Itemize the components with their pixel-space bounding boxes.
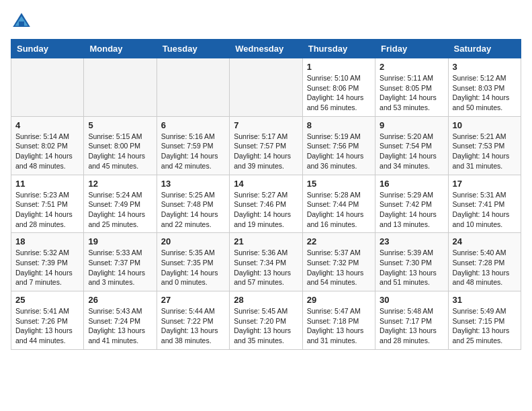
day-info: Sunrise: 5:21 AMSunset: 7:53 PMDaylight:… bbox=[453, 132, 517, 171]
day-number: 28 bbox=[234, 295, 298, 305]
calendar-weekday-header: Tuesday bbox=[157, 40, 229, 58]
day-number: 30 bbox=[380, 295, 443, 305]
calendar-day-cell: 28Sunrise: 5:45 AMSunset: 7:20 PMDayligh… bbox=[230, 291, 302, 350]
day-number: 26 bbox=[88, 295, 152, 305]
calendar-week-row: 11Sunrise: 5:23 AMSunset: 7:51 PMDayligh… bbox=[11, 175, 521, 233]
calendar-day-cell: 7Sunrise: 5:17 AMSunset: 7:57 PMDaylight… bbox=[230, 116, 302, 175]
calendar-day-cell: 18Sunrise: 5:32 AMSunset: 7:39 PMDayligh… bbox=[11, 233, 84, 291]
day-info: Sunrise: 5:11 AMSunset: 8:05 PMDaylight:… bbox=[380, 73, 443, 113]
day-number: 29 bbox=[307, 295, 371, 305]
calendar-weekday-header: Saturday bbox=[448, 40, 521, 58]
calendar-weekday-header: Wednesday bbox=[230, 40, 302, 58]
calendar-day-cell: 19Sunrise: 5:33 AMSunset: 7:37 PMDayligh… bbox=[84, 233, 157, 291]
day-info: Sunrise: 5:28 AMSunset: 7:44 PMDaylight:… bbox=[307, 190, 371, 230]
day-info: Sunrise: 5:23 AMSunset: 7:51 PMDaylight:… bbox=[15, 190, 79, 230]
calendar-weekday-header: Friday bbox=[375, 40, 448, 58]
calendar-day-cell: 22Sunrise: 5:37 AMSunset: 7:32 PMDayligh… bbox=[302, 233, 375, 291]
day-number: 6 bbox=[161, 120, 225, 130]
day-info: Sunrise: 5:33 AMSunset: 7:37 PMDaylight:… bbox=[88, 248, 152, 287]
calendar-table: SundayMondayTuesdayWednesdayThursdayFrid… bbox=[11, 39, 521, 350]
calendar-day-cell: 30Sunrise: 5:48 AMSunset: 7:17 PMDayligh… bbox=[375, 291, 448, 350]
page-header bbox=[11, 11, 521, 32]
calendar-day-cell: 10Sunrise: 5:21 AMSunset: 7:53 PMDayligh… bbox=[448, 116, 521, 175]
calendar-day-cell: 13Sunrise: 5:25 AMSunset: 7:48 PMDayligh… bbox=[157, 175, 229, 233]
calendar-day-cell: 5Sunrise: 5:15 AMSunset: 8:00 PMDaylight… bbox=[84, 116, 157, 175]
calendar-day-cell: 16Sunrise: 5:29 AMSunset: 7:42 PMDayligh… bbox=[375, 175, 448, 233]
calendar-day-cell: 8Sunrise: 5:19 AMSunset: 7:56 PMDaylight… bbox=[302, 116, 375, 175]
calendar-day-cell: 1Sunrise: 5:10 AMSunset: 8:06 PMDaylight… bbox=[302, 58, 375, 117]
day-info: Sunrise: 5:41 AMSunset: 7:26 PMDaylight:… bbox=[15, 306, 79, 346]
day-number: 9 bbox=[380, 120, 443, 130]
day-info: Sunrise: 5:20 AMSunset: 7:54 PMDaylight:… bbox=[380, 132, 443, 171]
calendar-day-cell bbox=[230, 58, 302, 117]
calendar-week-row: 25Sunrise: 5:41 AMSunset: 7:26 PMDayligh… bbox=[11, 291, 521, 350]
calendar-day-cell: 29Sunrise: 5:47 AMSunset: 7:18 PMDayligh… bbox=[302, 291, 375, 350]
day-number: 7 bbox=[234, 120, 298, 130]
day-number: 18 bbox=[15, 236, 79, 246]
calendar-day-cell: 12Sunrise: 5:24 AMSunset: 7:49 PMDayligh… bbox=[84, 175, 157, 233]
calendar-day-cell: 4Sunrise: 5:14 AMSunset: 8:02 PMDaylight… bbox=[11, 116, 84, 175]
day-info: Sunrise: 5:32 AMSunset: 7:39 PMDaylight:… bbox=[15, 248, 79, 287]
calendar-day-cell bbox=[84, 58, 157, 117]
day-info: Sunrise: 5:15 AMSunset: 8:00 PMDaylight:… bbox=[88, 132, 152, 171]
day-number: 1 bbox=[307, 62, 371, 72]
calendar-week-row: 4Sunrise: 5:14 AMSunset: 8:02 PMDaylight… bbox=[11, 116, 521, 175]
day-info: Sunrise: 5:37 AMSunset: 7:32 PMDaylight:… bbox=[307, 248, 371, 287]
day-number: 24 bbox=[453, 236, 517, 246]
day-number: 23 bbox=[380, 236, 443, 246]
day-number: 22 bbox=[307, 236, 371, 246]
calendar-day-cell: 26Sunrise: 5:43 AMSunset: 7:24 PMDayligh… bbox=[84, 291, 157, 350]
calendar-day-cell: 15Sunrise: 5:28 AMSunset: 7:44 PMDayligh… bbox=[302, 175, 375, 233]
calendar-day-cell: 24Sunrise: 5:40 AMSunset: 7:28 PMDayligh… bbox=[448, 233, 521, 291]
day-number: 5 bbox=[88, 120, 152, 130]
day-number: 16 bbox=[380, 179, 443, 189]
day-number: 17 bbox=[453, 179, 517, 189]
day-number: 12 bbox=[88, 179, 152, 189]
calendar-header-row: SundayMondayTuesdayWednesdayThursdayFrid… bbox=[11, 40, 521, 58]
day-info: Sunrise: 5:36 AMSunset: 7:34 PMDaylight:… bbox=[234, 248, 298, 287]
day-info: Sunrise: 5:44 AMSunset: 7:22 PMDaylight:… bbox=[161, 306, 225, 346]
calendar-day-cell: 11Sunrise: 5:23 AMSunset: 7:51 PMDayligh… bbox=[11, 175, 84, 233]
day-info: Sunrise: 5:31 AMSunset: 7:41 PMDaylight:… bbox=[453, 190, 517, 230]
day-number: 14 bbox=[234, 179, 298, 189]
day-info: Sunrise: 5:45 AMSunset: 7:20 PMDaylight:… bbox=[234, 306, 298, 346]
day-info: Sunrise: 5:25 AMSunset: 7:48 PMDaylight:… bbox=[161, 190, 225, 230]
calendar-day-cell: 23Sunrise: 5:39 AMSunset: 7:30 PMDayligh… bbox=[375, 233, 448, 291]
day-number: 15 bbox=[307, 179, 371, 189]
calendar-day-cell: 3Sunrise: 5:12 AMSunset: 8:03 PMDaylight… bbox=[448, 58, 521, 117]
calendar-week-row: 1Sunrise: 5:10 AMSunset: 8:06 PMDaylight… bbox=[11, 58, 521, 117]
calendar-body: 1Sunrise: 5:10 AMSunset: 8:06 PMDaylight… bbox=[11, 58, 521, 350]
day-number: 8 bbox=[307, 120, 371, 130]
calendar-day-cell bbox=[157, 58, 229, 117]
logo-icon bbox=[11, 11, 32, 32]
calendar-day-cell: 6Sunrise: 5:16 AMSunset: 7:59 PMDaylight… bbox=[157, 116, 229, 175]
day-number: 13 bbox=[161, 179, 225, 189]
day-number: 2 bbox=[380, 62, 443, 72]
day-number: 21 bbox=[234, 236, 298, 246]
calendar-day-cell: 20Sunrise: 5:35 AMSunset: 7:35 PMDayligh… bbox=[157, 233, 229, 291]
day-info: Sunrise: 5:10 AMSunset: 8:06 PMDaylight:… bbox=[307, 73, 371, 113]
calendar-day-cell: 21Sunrise: 5:36 AMSunset: 7:34 PMDayligh… bbox=[230, 233, 302, 291]
calendar-weekday-header: Thursday bbox=[302, 40, 375, 58]
calendar-weekday-header: Monday bbox=[84, 40, 157, 58]
day-info: Sunrise: 5:29 AMSunset: 7:42 PMDaylight:… bbox=[380, 190, 443, 230]
calendar-weekday-header: Sunday bbox=[11, 40, 84, 58]
day-info: Sunrise: 5:24 AMSunset: 7:49 PMDaylight:… bbox=[88, 190, 152, 230]
calendar-day-cell: 9Sunrise: 5:20 AMSunset: 7:54 PMDaylight… bbox=[375, 116, 448, 175]
day-info: Sunrise: 5:43 AMSunset: 7:24 PMDaylight:… bbox=[88, 306, 152, 346]
calendar-day-cell: 2Sunrise: 5:11 AMSunset: 8:05 PMDaylight… bbox=[375, 58, 448, 117]
day-number: 4 bbox=[15, 120, 79, 130]
calendar-day-cell: 27Sunrise: 5:44 AMSunset: 7:22 PMDayligh… bbox=[157, 291, 229, 350]
calendar-day-cell: 17Sunrise: 5:31 AMSunset: 7:41 PMDayligh… bbox=[448, 175, 521, 233]
day-info: Sunrise: 5:40 AMSunset: 7:28 PMDaylight:… bbox=[453, 248, 517, 287]
day-number: 10 bbox=[453, 120, 517, 130]
day-info: Sunrise: 5:48 AMSunset: 7:17 PMDaylight:… bbox=[380, 306, 443, 346]
day-info: Sunrise: 5:12 AMSunset: 8:03 PMDaylight:… bbox=[453, 73, 517, 113]
day-number: 19 bbox=[88, 236, 152, 246]
day-info: Sunrise: 5:35 AMSunset: 7:35 PMDaylight:… bbox=[161, 248, 225, 287]
day-number: 20 bbox=[161, 236, 225, 246]
day-number: 3 bbox=[453, 62, 517, 72]
day-info: Sunrise: 5:47 AMSunset: 7:18 PMDaylight:… bbox=[307, 306, 371, 346]
day-number: 11 bbox=[15, 179, 79, 189]
calendar-week-row: 18Sunrise: 5:32 AMSunset: 7:39 PMDayligh… bbox=[11, 233, 521, 291]
